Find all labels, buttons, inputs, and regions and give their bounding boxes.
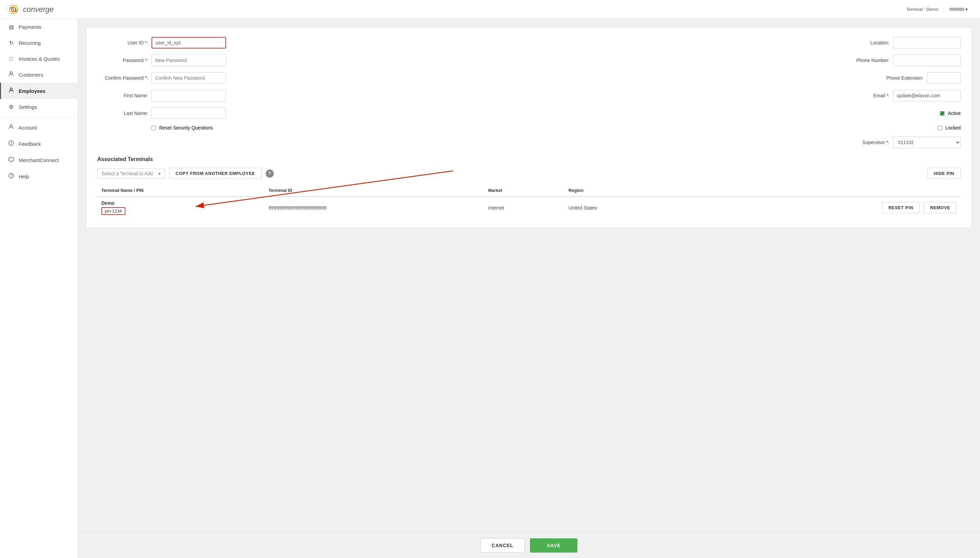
password-input[interactable]: [152, 54, 226, 66]
form-row-supervisor: Supervisor *: 011332: [97, 136, 961, 148]
sidebar-item-label: MerchantConnect: [19, 157, 59, 163]
terminal-table: Terminal Name / PIN Terminal ID Market R…: [97, 184, 961, 218]
lastname-input[interactable]: [152, 107, 226, 119]
active-label: Active: [948, 110, 961, 116]
terminal-select-placeholder: Select a Terminal to Add: [101, 171, 153, 176]
confirm-password-group: Confirm Password *:: [97, 72, 522, 84]
svg-marker-8: [9, 157, 13, 162]
invoices-icon: □: [8, 56, 15, 62]
sidebar-item-employees[interactable]: Employees: [0, 83, 78, 99]
password-group: Password *:: [97, 54, 522, 66]
form-row-confirm-password: Confirm Password *: Phone Extension:: [97, 72, 961, 84]
phone-label: Phone Number:: [839, 57, 890, 63]
sidebar-item-label: Recurring: [19, 40, 41, 46]
supervisor-select[interactable]: 011332: [893, 136, 961, 148]
header-right: Terminal : Demo 999999 ▾: [901, 7, 973, 12]
phone-ext-label: Phone Extension:: [873, 75, 923, 81]
sidebar-item-label: Invoices & Quotes: [19, 56, 60, 62]
form-row-security: Reset Security Questions Locked: [97, 125, 961, 131]
col-market: Market: [484, 184, 564, 197]
locked-group: Locked: [563, 125, 961, 131]
form-row-userid: User ID *: Location:: [97, 37, 961, 48]
sidebar-item-label: Customers: [19, 72, 43, 78]
cancel-button[interactable]: CANCEL: [481, 538, 525, 553]
firstname-input[interactable]: [152, 90, 226, 101]
remove-button[interactable]: REMOVE: [924, 202, 957, 213]
terminal-controls: Select a Terminal to Add ▾ COPY FROM ANO…: [97, 168, 961, 179]
section-title-terminals: Associated Terminals: [97, 156, 961, 162]
svg-text:?: ?: [10, 174, 13, 178]
userid-input[interactable]: [152, 37, 226, 48]
supervisor-group: Supervisor *: 011332: [536, 136, 961, 148]
sidebar-item-label: Employees: [19, 88, 46, 94]
sidebar: ▤ Payments ↻ Recurring □ Invoices & Quot…: [0, 19, 78, 558]
form-row-password: Password *: Phone Number:: [97, 54, 961, 66]
table-row: Demo pin-1234 9999999999999999999999 Int…: [97, 197, 961, 218]
location-input[interactable]: [893, 37, 961, 48]
employee-form-card: User ID *: Location: Password *:: [86, 27, 972, 228]
location-label: Location:: [839, 40, 890, 46]
col-terminal-name: Terminal Name / PIN: [97, 184, 265, 197]
sidebar-item-feedback[interactable]: ! Feedback: [0, 136, 78, 152]
confirm-password-label: Confirm Password *:: [97, 75, 148, 81]
supervisor-label: Supervisor *:: [839, 140, 890, 145]
sidebar-item-settings[interactable]: ⚙ Settings: [0, 99, 78, 115]
firstname-group: First Name:: [97, 90, 522, 101]
email-label: Email *:: [839, 93, 890, 98]
hide-pin-button[interactable]: HIDE PIN: [928, 168, 961, 179]
terminal-table-body: Demo pin-1234 9999999999999999999999 Int…: [97, 197, 961, 218]
region-cell: United States: [564, 197, 686, 218]
firstname-label: First Name:: [97, 93, 148, 98]
sidebar-item-invoices[interactable]: □ Invoices & Quotes: [0, 51, 78, 66]
phone-ext-input[interactable]: [927, 72, 961, 84]
recurring-icon: ↻: [8, 39, 15, 46]
sidebar-item-label: Settings: [19, 104, 37, 110]
lastname-group: Last Name:: [97, 107, 522, 119]
form-row-firstname: First Name: Email *:: [97, 90, 961, 101]
confirm-password-input[interactable]: [152, 72, 226, 84]
customers-icon: [8, 71, 15, 78]
converge-logo: [7, 3, 20, 16]
content-area: User ID *: Location: Password *:: [78, 19, 980, 533]
main-content: User ID *: Location: Password *:: [78, 19, 980, 558]
sidebar-item-customers[interactable]: Customers: [0, 66, 78, 83]
security-group: Reset Security Questions: [97, 125, 549, 131]
merchantconnect-icon: [8, 157, 15, 163]
phone-ext-group: Phone Extension:: [536, 72, 961, 84]
chevron-down-icon: ▾: [158, 171, 160, 176]
col-region: Region: [564, 184, 686, 197]
copy-from-employee-button[interactable]: COPY FROM ANOTHER EMPLOYEE: [169, 168, 262, 179]
logo-container: converge: [7, 3, 54, 16]
terminal-name-cell: Demo pin-1234: [97, 197, 265, 218]
userid-group: User ID *:: [97, 37, 522, 48]
locked-label: Locked: [946, 125, 961, 131]
terminal-id-cell: 9999999999999999999999: [265, 197, 484, 218]
phone-input[interactable]: [893, 54, 961, 66]
sidebar-item-account[interactable]: Account: [0, 119, 78, 136]
sidebar-item-payments[interactable]: ▤ Payments: [0, 19, 78, 35]
app-header: converge Terminal : Demo 999999 ▾: [0, 0, 980, 19]
help-icon: ?: [8, 173, 15, 180]
employees-icon: [8, 87, 15, 94]
lastname-label: Last Name:: [97, 110, 148, 116]
sidebar-item-merchantconnect[interactable]: MerchantConnect: [0, 152, 78, 168]
logo-text: converge: [23, 5, 54, 14]
userid-label: User ID *:: [97, 40, 148, 46]
save-button[interactable]: SAVE: [530, 538, 578, 553]
sidebar-item-recurring[interactable]: ↻ Recurring: [0, 35, 78, 51]
terminal-select-dropdown[interactable]: Select a Terminal to Add ▾: [97, 169, 165, 179]
sidebar-item-help[interactable]: ? Help: [0, 168, 78, 184]
form-row-lastname: Last Name: Active: [97, 107, 961, 119]
account-number[interactable]: 999999 ▾: [944, 7, 973, 12]
locked-checkbox[interactable]: [937, 126, 942, 130]
settings-icon: ⚙: [8, 104, 15, 110]
email-group: Email *:: [536, 90, 961, 101]
active-group: Active: [536, 110, 961, 116]
reset-pin-button[interactable]: RESET PIN: [882, 202, 919, 213]
help-circle-icon[interactable]: ?: [266, 169, 274, 178]
reset-security-checkbox[interactable]: [152, 126, 156, 130]
email-input[interactable]: [893, 90, 961, 101]
sidebar-item-label: Feedback: [19, 141, 41, 147]
active-checkbox[interactable]: [940, 111, 944, 116]
sidebar-item-label: Payments: [19, 24, 41, 30]
